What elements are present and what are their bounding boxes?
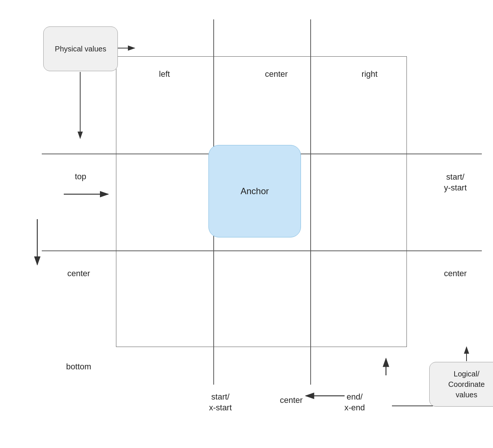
label-x-end: end/x-end	[325, 392, 384, 413]
diagram-container: Physical values Anchor left center right…	[41, 19, 452, 429]
label-center-h: center	[246, 69, 306, 79]
grid-area: Physical values Anchor left center right…	[116, 56, 407, 347]
label-center-r: center	[422, 269, 489, 278]
hline2	[42, 250, 482, 251]
label-y-start: start/y-start	[422, 172, 489, 193]
anchor-box: Anchor	[208, 145, 301, 237]
logical-values-label: Logical/Coordinatevalues	[448, 369, 485, 400]
label-top: top	[56, 172, 105, 182]
label-x-start: start/x-start	[187, 392, 254, 413]
logical-values-box: Logical/Coordinatevalues	[429, 362, 493, 407]
anchor-label: Anchor	[241, 186, 269, 196]
physical-values-box: Physical values	[43, 26, 118, 71]
label-left: left	[135, 69, 194, 79]
vline2	[310, 19, 311, 385]
label-right-h: right	[340, 69, 399, 79]
physical-values-label: Physical values	[55, 44, 106, 54]
label-bottom: bottom	[53, 362, 105, 372]
label-center-v: center	[53, 269, 105, 278]
label-center-bot: center	[261, 395, 321, 405]
